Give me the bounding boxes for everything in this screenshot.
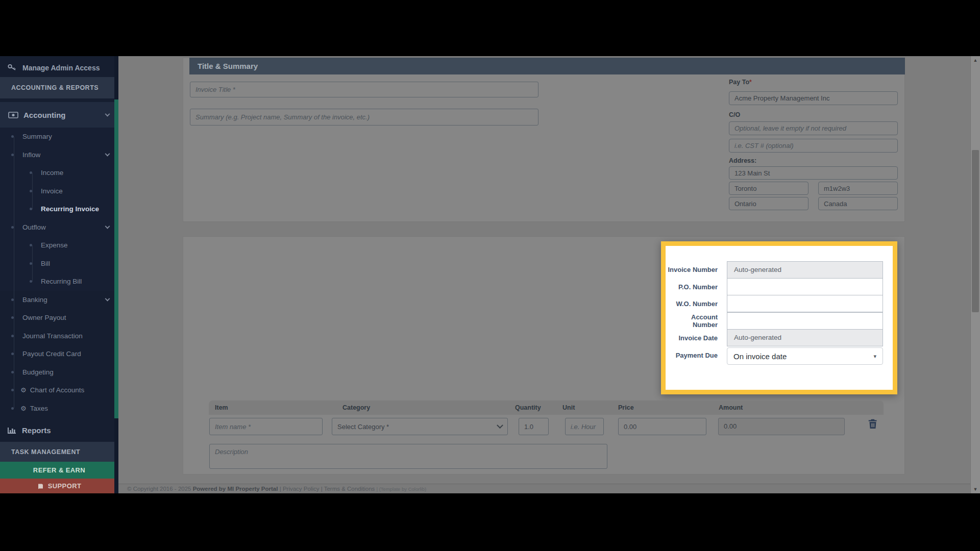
city-input[interactable] xyxy=(729,182,808,195)
col-header-item: Item xyxy=(215,400,228,415)
country-input[interactable] xyxy=(818,197,898,210)
sidebar-item-label: Manage Admin Access xyxy=(22,64,100,72)
tax-number-input[interactable] xyxy=(729,139,898,153)
wo-number-row: W.O. Number xyxy=(666,295,893,313)
col-header-amount: Amount xyxy=(719,400,743,415)
bullet-icon xyxy=(11,353,14,355)
key-icon xyxy=(7,64,17,71)
bullet-icon xyxy=(11,135,14,138)
wo-number-label: W.O. Number xyxy=(666,300,718,308)
sidebar-item-label: Journal Transaction xyxy=(22,332,83,340)
sidebar-section-task-management: TASK MANAGEMENT xyxy=(0,442,118,462)
sidebar-item-invoice[interactable]: Invoice xyxy=(0,182,118,201)
chevron-down-icon xyxy=(105,296,110,302)
sidebar: Manage Admin Access ACCOUNTING & REPORTS… xyxy=(0,56,118,493)
sidebar-item-taxes[interactable]: ⚙Taxes xyxy=(0,399,118,418)
bar-chart-icon xyxy=(7,427,16,434)
province-input[interactable] xyxy=(729,197,808,210)
col-header-unit: Unit xyxy=(562,400,575,415)
sidebar-item-payout-credit-card[interactable]: Payout Credit Card xyxy=(0,345,118,363)
sidebar-item-label: Chart of Accounts xyxy=(30,386,85,394)
sidebar-item-bill[interactable]: Bill xyxy=(0,255,118,273)
wo-number-field[interactable] xyxy=(727,295,883,312)
sidebar-item-manage-admin-access[interactable]: Manage Admin Access xyxy=(0,58,118,78)
sidebar-item-accounting[interactable]: Accounting xyxy=(0,102,118,128)
chevron-down-icon xyxy=(497,422,503,429)
sidebar-item-label: Recurring Bill xyxy=(41,278,82,285)
sidebar-item-label: Owner Payout xyxy=(22,314,66,321)
template-credit-text: | (Template by Colorlib) xyxy=(377,486,427,492)
items-table-header: Item Category Quantity Unit Price Amount xyxy=(209,400,884,415)
sidebar-item-recurring-invoice[interactable]: Recurring Invoice xyxy=(0,200,118,218)
gear-icon: ⚙ xyxy=(20,386,27,394)
sidebar-item-label: Income xyxy=(41,169,63,177)
col-header-quantity: Quantity xyxy=(515,400,541,415)
bullet-icon xyxy=(30,280,32,283)
sidebar-item-label: Payout Credit Card xyxy=(22,350,81,358)
sidebar-item-label: Budgeting xyxy=(22,368,54,376)
quantity-input[interactable] xyxy=(519,418,549,435)
scroll-down-arrow[interactable]: ▼ xyxy=(971,487,980,492)
bullet-icon xyxy=(11,154,14,156)
sidebar-item-reports[interactable]: Reports xyxy=(0,421,118,439)
page-scrollbar-track: ▲ ▼ xyxy=(970,56,980,493)
col-header-category: Category xyxy=(342,400,370,415)
payment-due-select[interactable]: On invoice date ▾ xyxy=(727,347,883,365)
sidebar-scrollbar-thumb[interactable] xyxy=(114,99,118,418)
postal-code-input[interactable] xyxy=(818,182,898,195)
sidebar-item-label: Reports xyxy=(22,426,51,435)
bullet-icon xyxy=(11,226,14,229)
sidebar-item-label: Expense xyxy=(41,241,68,249)
spotlight-highlight-box: Invoice Number Auto-generated P.O. Numbe… xyxy=(661,241,897,394)
sidebar-item-budgeting[interactable]: Budgeting xyxy=(0,363,118,382)
bullet-icon xyxy=(11,298,14,301)
separator: | xyxy=(321,486,323,492)
bullet-icon xyxy=(11,407,14,410)
terms-conditions-link[interactable]: Terms & Conditions xyxy=(324,486,375,492)
account-number-field[interactable] xyxy=(727,312,883,330)
bullet-icon xyxy=(11,389,14,391)
sidebar-item-chart-of-accounts[interactable]: ⚙Chart of Accounts xyxy=(0,381,118,399)
sidebar-item-expense[interactable]: Expense xyxy=(0,236,118,255)
page-scrollbar-thumb[interactable] xyxy=(972,150,979,312)
sidebar-item-recurring-bill[interactable]: Recurring Bill xyxy=(0,272,118,291)
invoice-details-form: Invoice Number Auto-generated P.O. Numbe… xyxy=(666,261,893,364)
po-number-field[interactable] xyxy=(727,278,883,295)
co-input[interactable] xyxy=(729,121,898,135)
sidebar-item-label: Banking xyxy=(22,296,47,304)
category-select[interactable]: Select Category * xyxy=(332,418,508,435)
pay-to-name-input[interactable] xyxy=(729,91,898,105)
payment-due-label: Payment Due xyxy=(666,352,718,359)
account-number-row: Account Number xyxy=(666,313,893,330)
sidebar-item-banking[interactable]: Banking xyxy=(0,291,118,309)
sidebar-item-journal-transaction[interactable]: Journal Transaction xyxy=(0,327,118,345)
card-title: Title & Summary xyxy=(198,62,258,70)
sidebar-accounting-menu: Summary Inflow Income Invoice Recurring … xyxy=(0,128,118,417)
privacy-policy-link[interactable]: Privacy Policy xyxy=(283,486,320,492)
powered-by-text: Powered by MI Property Portal xyxy=(193,486,278,492)
sidebar-item-owner-payout[interactable]: Owner Payout xyxy=(0,309,118,327)
sidebar-item-outflow[interactable]: Outflow xyxy=(0,218,118,237)
sidebar-item-income[interactable]: Income xyxy=(0,164,118,182)
app-window: Manage Admin Access ACCOUNTING & REPORTS… xyxy=(0,56,980,493)
invoice-title-input[interactable] xyxy=(190,82,538,97)
scroll-up-arrow[interactable]: ▲ xyxy=(971,58,980,63)
invoice-number-row: Invoice Number Auto-generated xyxy=(666,261,893,279)
bullet-icon xyxy=(11,316,14,319)
item-name-input[interactable] xyxy=(209,418,323,435)
unit-input[interactable] xyxy=(565,418,604,435)
pay-to-label: Pay To* xyxy=(729,79,752,86)
sidebar-item-summary[interactable]: Summary xyxy=(0,128,118,146)
refer-and-earn-button[interactable]: REFER & EARN xyxy=(0,462,118,479)
summary-input[interactable] xyxy=(190,109,538,126)
title-summary-card: Title & Summary Pay To* C/O Address: xyxy=(183,58,905,222)
support-button[interactable]: SUPPORT xyxy=(0,479,118,493)
button-label: REFER & EARN xyxy=(33,466,85,474)
amount-field: 0.00 xyxy=(718,418,845,435)
price-input[interactable] xyxy=(618,418,706,435)
account-number-label: Account Number xyxy=(666,313,718,329)
delete-item-button[interactable] xyxy=(868,419,878,430)
street-input[interactable] xyxy=(729,166,898,180)
sidebar-item-inflow[interactable]: Inflow xyxy=(0,146,118,164)
description-textarea[interactable] xyxy=(209,444,607,469)
